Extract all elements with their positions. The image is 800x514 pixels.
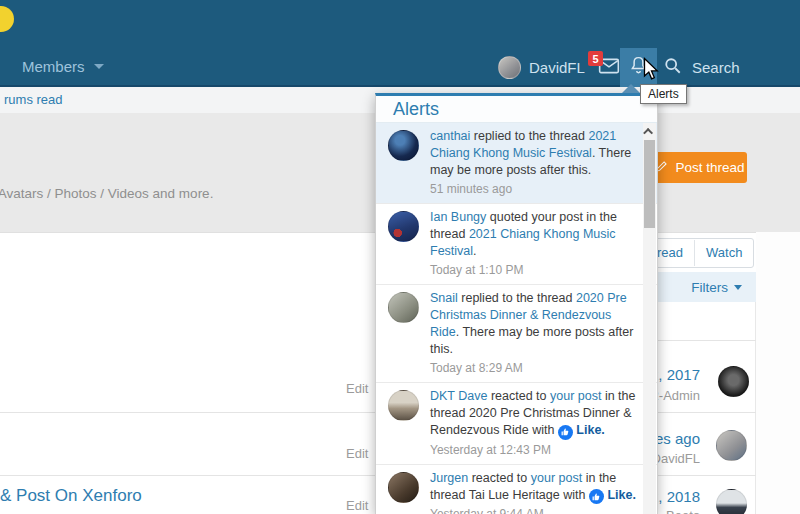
- alerts-menu: Alerts canthai replied to the thread 202…: [375, 93, 658, 514]
- alerts-list: canthai replied to the thread 2021 Chian…: [376, 123, 657, 514]
- account-username: DavidFL: [529, 59, 585, 76]
- watch-button[interactable]: Watch: [694, 240, 753, 266]
- thread-list-right-strip: [756, 232, 800, 514]
- alert-link[interactable]: Ian Bungy: [430, 210, 486, 224]
- edit-link[interactable]: Edit: [346, 446, 368, 461]
- search-icon: [664, 57, 682, 78]
- forum-page: Members DavidFL 5 Search rums read: [0, 0, 800, 514]
- like-reaction-icon: [589, 489, 604, 504]
- alerts-menu-header: Alerts: [376, 96, 657, 123]
- search-label: Search: [692, 59, 740, 76]
- read-watch-button-group: read Watch: [645, 238, 754, 268]
- alert-text: Jurgen reacted to your post in the threa…: [430, 470, 637, 514]
- alert-item[interactable]: Snail replied to the thread 2020 Pre Chr…: [376, 284, 657, 382]
- alert-link[interactable]: Snail: [430, 291, 458, 305]
- alert-link[interactable]: 2020 Pre Christmas Dinner & Rendezvous R…: [430, 291, 627, 339]
- alert-timestamp: 51 minutes ago: [430, 181, 637, 198]
- alert-timestamp: Yesterday at 12:43 PM: [430, 442, 637, 459]
- alert-link[interactable]: 2021 Chiang Khong Music Festival: [430, 227, 616, 258]
- user-avatar[interactable]: [388, 211, 419, 242]
- account-menu[interactable]: DavidFL: [498, 56, 585, 79]
- site-logo-fragment[interactable]: [0, 6, 14, 32]
- user-avatar[interactable]: [388, 390, 419, 421]
- filters-label: Filters: [691, 280, 728, 295]
- alert-text: DKT Dave reacted to your post in the thr…: [430, 388, 637, 459]
- nav-members-label: Members: [22, 58, 85, 75]
- search-button[interactable]: Search: [664, 48, 740, 87]
- alert-item[interactable]: canthai replied to the thread 2021 Chian…: [376, 123, 657, 203]
- alert-timestamp: Today at 1:10 PM: [430, 262, 637, 279]
- like-reaction-icon: [558, 425, 573, 440]
- alert-timestamp: Today at 8:29 AM: [430, 360, 637, 377]
- chevron-down-icon: [734, 285, 742, 290]
- alert-timestamp: Yesterday at 9:44 AM: [430, 506, 637, 514]
- scroll-up-arrow[interactable]: [643, 123, 656, 139]
- avatar[interactable]: [718, 366, 749, 397]
- alerts-menu-title: Alerts: [393, 99, 439, 120]
- column-divider: [755, 302, 756, 514]
- like-label: Like.: [573, 423, 605, 437]
- like-label: Like.: [604, 488, 636, 502]
- edit-link[interactable]: Edit: [346, 498, 368, 513]
- alert-item[interactable]: Jurgen reacted to your post in the threa…: [376, 464, 657, 514]
- forum-description: / Avatars / Photos / Videos and more.: [0, 186, 213, 201]
- user-avatar[interactable]: [388, 472, 419, 503]
- avatar[interactable]: [716, 430, 747, 461]
- mouse-cursor: [643, 57, 661, 85]
- post-thread-label: Post thread: [675, 160, 744, 175]
- alert-link[interactable]: Jurgen: [430, 471, 468, 485]
- alert-text: Ian Bungy quoted your post in the thread…: [430, 209, 637, 279]
- edit-link[interactable]: Edit: [346, 381, 368, 396]
- nav-members[interactable]: Members: [22, 58, 104, 75]
- site-header: Members DavidFL 5 Search: [0, 0, 800, 87]
- user-avatar[interactable]: [388, 292, 419, 323]
- alert-link[interactable]: canthai: [430, 129, 470, 143]
- post-thread-button[interactable]: Post thread: [653, 152, 747, 183]
- menu-arrow: [622, 84, 640, 93]
- alert-link[interactable]: DKT Dave: [430, 389, 487, 403]
- scrollbar-thumb[interactable]: [644, 140, 655, 228]
- chevron-down-icon: [94, 64, 104, 69]
- alert-item[interactable]: DKT Dave reacted to your post in the thr…: [376, 382, 657, 464]
- alert-link[interactable]: your post: [531, 471, 582, 485]
- avatar: [498, 56, 521, 79]
- user-avatar[interactable]: [388, 130, 419, 161]
- alert-item[interactable]: Ian Bungy quoted your post in the thread…: [376, 203, 657, 284]
- scrollbar[interactable]: [643, 123, 656, 514]
- alert-text: Snail replied to the thread 2020 Pre Chr…: [430, 290, 637, 377]
- inbox-unread-badge: 5: [588, 51, 603, 66]
- alerts-tooltip: Alerts: [640, 84, 687, 104]
- alert-text: canthai replied to the thread 2021 Chian…: [430, 128, 637, 198]
- mark-forums-read-link[interactable]: rums read: [4, 92, 63, 107]
- thread-title-link[interactable]: & Post On Xenforo: [0, 486, 142, 506]
- alert-link[interactable]: your post: [550, 389, 601, 403]
- avatar[interactable]: [716, 489, 747, 514]
